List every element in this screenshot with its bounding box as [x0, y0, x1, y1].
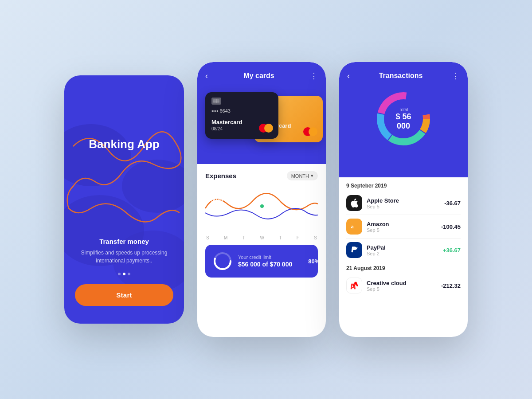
pagination-dots [118, 273, 130, 275]
cards-nav: ‹ My cards ⋮ [205, 71, 318, 81]
credit-limit-banner: 80% Your credit limit $56 000 of $70 000… [205, 245, 318, 278]
expenses-title: Expenses [205, 172, 236, 180]
apple-store-date: Sep 5 [367, 204, 440, 209]
date-label-september: 9 Septeber 2019 [346, 183, 461, 189]
apple-store-amount: -36.67 [444, 200, 461, 207]
transaction-adobe[interactable]: Creative cloud Sep 5 -212.32 [346, 275, 461, 296]
credit-percent-label: 80% [211, 196, 223, 203]
mastercard-logo-black [259, 124, 273, 133]
back-icon-tx[interactable]: ‹ [347, 71, 350, 81]
chart-day-labels: S M T W T F S [205, 235, 318, 240]
transactions-body: 9 Septeber 2019 Apple Store Sep 5 -36.67 [339, 177, 468, 306]
paypal-amount: +36.67 [443, 247, 461, 254]
cards-title: My cards [243, 72, 274, 80]
card-number-black: •••• 6643 [211, 108, 272, 113]
amazon-icon: a [346, 219, 362, 235]
dot-3 [128, 273, 130, 275]
phone-1-banking: Banking App Transfer money Simplifies an… [64, 75, 184, 324]
paypal-icon [346, 242, 362, 258]
adobe-icon [346, 278, 362, 293]
chevron-down-icon: ▾ [311, 173, 313, 179]
transactions-nav: ‹ Transactions ⋮ [347, 71, 460, 81]
apple-store-name: Apple Store [367, 197, 440, 204]
app-title: Banking App [89, 137, 159, 151]
transactions-title: Transactions [379, 72, 423, 80]
credit-amount-text: $56 000 of $70 000 [238, 261, 292, 268]
adobe-name: Creative cloud [367, 280, 437, 286]
amazon-amount: -100.45 [441, 223, 461, 230]
adobe-date: Sep 5 [367, 286, 437, 292]
mastercard-logo-gold [303, 127, 317, 136]
date-group-august: 21 August 2019 Creative cloud Sep 5 [346, 265, 461, 296]
expenses-chart [205, 184, 318, 233]
apple-icon [346, 195, 362, 211]
donut-total-value: $ 56 000 [388, 112, 419, 131]
divider-2 [346, 238, 461, 239]
transaction-apple[interactable]: Apple Store Sep 5 -36.67 [346, 192, 461, 214]
phones-container: Banking App Transfer money Simplifies an… [64, 62, 468, 337]
transfer-subtitle: Transfer money [99, 238, 149, 245]
back-icon[interactable]: ‹ [205, 71, 208, 81]
paypal-name: PayPal [367, 244, 438, 251]
date-group-september: 9 Septeber 2019 Apple Store Sep 5 -36.67 [346, 183, 461, 261]
paypal-tx-info: PayPal Sep 2 [367, 244, 438, 256]
transaction-paypal[interactable]: PayPal Sep 2 +36.67 [346, 239, 461, 261]
apple-tx-info: Apple Store Sep 5 [367, 197, 440, 209]
dot-1 [118, 273, 121, 275]
amazon-tx-info: Amazon Sep 5 [367, 221, 437, 233]
month-filter[interactable]: MONTH ▾ [287, 171, 318, 180]
dot-2 [123, 273, 125, 275]
date-label-august: 21 August 2019 [346, 265, 461, 271]
credit-label-text: Your credit limit [238, 254, 292, 260]
adobe-tx-info: Creative cloud Sep 5 [367, 280, 437, 292]
phone-2-cards: ‹ My cards ⋮ •••• 6643 Mastercard 08/24 [197, 62, 326, 337]
phone-3-transactions: ‹ Transactions ⋮ [339, 62, 468, 337]
donut-chart: Total $ 56 000 [372, 88, 434, 150]
amazon-name: Amazon [367, 221, 437, 227]
transfer-desc: Simplifies and speeds up processing inte… [75, 249, 173, 265]
more-icon-tx[interactable]: ⋮ [452, 71, 460, 81]
cards-stack: •••• 6643 Mastercard 08/24 •••• 320 Mast… [205, 88, 318, 163]
transaction-amazon[interactable]: a Amazon Sep 5 -100.45 [346, 216, 461, 237]
card-black[interactable]: •••• 6643 Mastercard 08/24 [205, 92, 278, 139]
start-button[interactable]: Start [75, 284, 173, 306]
credit-ring-chart [212, 251, 233, 271]
expenses-section: Expenses MONTH ▾ S M [197, 164, 326, 285]
credit-percent-overlay: 80% [308, 258, 320, 265]
donut-chart-container: Total $ 56 000 [347, 88, 460, 150]
divider-1 [346, 215, 461, 215]
card-chip-black [211, 98, 221, 105]
more-icon[interactable]: ⋮ [310, 71, 318, 81]
svg-point-10 [260, 204, 264, 208]
transactions-header: ‹ Transactions ⋮ [339, 62, 468, 177]
svg-text:a: a [351, 223, 354, 230]
credit-info: 80% Your credit limit $56 000 of $70 000 [238, 254, 292, 268]
donut-center: Total $ 56 000 [388, 107, 419, 131]
donut-total-label: Total [388, 107, 419, 112]
adobe-amount: -212.32 [441, 282, 461, 289]
amazon-date: Sep 5 [367, 227, 437, 233]
paypal-date: Sep 2 [367, 251, 438, 256]
